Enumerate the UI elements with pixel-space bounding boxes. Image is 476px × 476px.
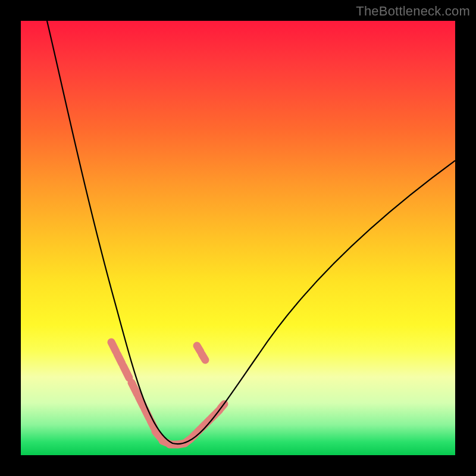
svg-line-2 <box>123 366 129 378</box>
svg-line-1 <box>117 354 122 364</box>
watermark-text: TheBottleneck.com <box>356 4 470 19</box>
curve-layer <box>21 21 455 455</box>
svg-line-20 <box>202 354 205 360</box>
svg-line-0 <box>111 342 116 352</box>
bottleneck-curve <box>47 21 455 444</box>
plot-area <box>21 21 455 455</box>
marker-group <box>111 342 224 444</box>
svg-line-3 <box>131 383 137 394</box>
chart-frame: TheBottleneck.com <box>0 0 476 476</box>
